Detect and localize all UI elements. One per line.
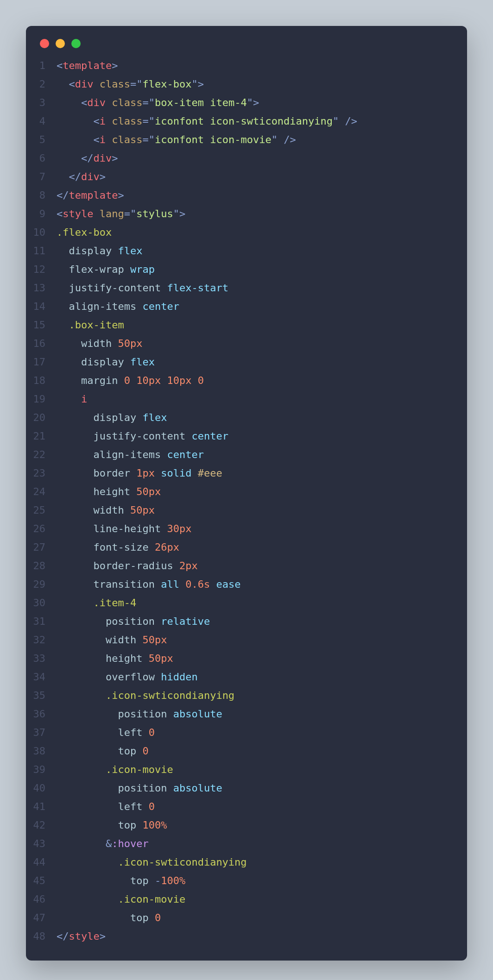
code-line: 45 top -100% [26, 872, 453, 890]
code-line: 31 position relative [26, 612, 453, 631]
code-line: 16 width 50px [26, 334, 453, 353]
line-number: 38 [26, 742, 57, 760]
code-line: 3 <div class="box-item item-4"> [26, 94, 453, 112]
line-number: 15 [26, 316, 57, 334]
code-line: 11 display flex [26, 242, 453, 260]
line-number: 3 [26, 94, 57, 112]
line-number: 48 [26, 927, 57, 946]
line-number: 11 [26, 242, 57, 260]
line-number: 21 [26, 427, 57, 446]
line-number: 25 [26, 501, 57, 520]
code-line: 46 .icon-movie [26, 890, 453, 909]
code-line: 6 </div> [26, 149, 453, 168]
code-line: 25 width 50px [26, 501, 453, 520]
code-line: 12 flex-wrap wrap [26, 260, 453, 279]
code-line: 13 justify-content flex-start [26, 279, 453, 297]
line-number: 20 [26, 408, 57, 427]
code-line: 17 display flex [26, 353, 453, 371]
code-line: 30 .item-4 [26, 594, 453, 612]
code-line: 42 top 100% [26, 816, 453, 835]
code-line: 33 height 50px [26, 649, 453, 668]
line-number: 26 [26, 520, 57, 538]
line-number: 12 [26, 260, 57, 279]
line-number: 45 [26, 872, 57, 890]
code-line: 20 display flex [26, 408, 453, 427]
line-number: 30 [26, 594, 57, 612]
line-number: 36 [26, 705, 57, 723]
code-line: 29 transition all 0.6s ease [26, 575, 453, 594]
code-line: 39 .icon-movie [26, 760, 453, 779]
code-line: 21 justify-content center [26, 427, 453, 446]
line-number: 40 [26, 779, 57, 798]
line-number: 17 [26, 353, 57, 371]
line-number: 4 [26, 112, 57, 131]
line-number: 19 [26, 390, 57, 408]
line-number: 46 [26, 890, 57, 909]
line-number: 14 [26, 297, 57, 316]
line-number: 47 [26, 909, 57, 927]
window-titlebar [26, 39, 467, 57]
code-line: 34 overflow hidden [26, 668, 453, 686]
line-number: 10 [26, 223, 57, 242]
code-line: 40 position absolute [26, 779, 453, 798]
line-number: 32 [26, 631, 57, 649]
line-number: 27 [26, 538, 57, 557]
code-line: 43 &:hover [26, 835, 453, 853]
line-number: 16 [26, 334, 57, 353]
code-line: 44 .icon-swticondianying [26, 853, 453, 872]
line-number: 41 [26, 798, 57, 816]
code-line: 26 line-height 30px [26, 520, 453, 538]
code-line: 15 .box-item [26, 316, 453, 334]
line-number: 35 [26, 686, 57, 705]
code-editor-window: 1<template> 2 <div class="flex-box"> 3 <… [26, 26, 467, 961]
line-number: 44 [26, 853, 57, 872]
line-number: 23 [26, 464, 57, 483]
code-line: 48</style> [26, 927, 453, 946]
code-line: 27 font-size 26px [26, 538, 453, 557]
code-line: 28 border-radius 2px [26, 557, 453, 575]
code-line: 4 <i class="iconfont icon-swticondianyin… [26, 112, 453, 131]
maximize-icon[interactable] [71, 39, 81, 48]
code-line: 8</template> [26, 186, 453, 205]
line-number: 42 [26, 816, 57, 835]
code-line: 32 width 50px [26, 631, 453, 649]
code-line: 35 .icon-swticondianying [26, 686, 453, 705]
line-number: 9 [26, 205, 57, 223]
code-line: 38 top 0 [26, 742, 453, 760]
line-number: 18 [26, 371, 57, 390]
code-line: 9<style lang="stylus"> [26, 205, 453, 223]
code-line: 23 border 1px solid #eee [26, 464, 453, 483]
line-number: 2 [26, 75, 57, 94]
code-line: 7 </div> [26, 168, 453, 186]
code-line: 10.flex-box [26, 223, 453, 242]
line-number: 7 [26, 168, 57, 186]
code-line: 5 <i class="iconfont icon-movie" /> [26, 131, 453, 149]
line-number: 8 [26, 186, 57, 205]
code-line: 47 top 0 [26, 909, 453, 927]
code-line: 37 left 0 [26, 723, 453, 742]
code-line: 36 position absolute [26, 705, 453, 723]
minimize-icon[interactable] [56, 39, 65, 48]
line-number: 22 [26, 446, 57, 464]
close-icon[interactable] [40, 39, 49, 48]
line-number: 31 [26, 612, 57, 631]
line-number: 28 [26, 557, 57, 575]
line-number: 13 [26, 279, 57, 297]
code-line: 22 align-items center [26, 446, 453, 464]
code-line: 18 margin 0 10px 10px 0 [26, 371, 453, 390]
code-area[interactable]: 1<template> 2 <div class="flex-box"> 3 <… [26, 57, 467, 946]
code-line: 1<template> [26, 57, 453, 75]
line-number: 29 [26, 575, 57, 594]
line-number: 1 [26, 57, 57, 75]
line-number: 43 [26, 835, 57, 853]
line-number: 24 [26, 483, 57, 501]
line-number: 34 [26, 668, 57, 686]
line-number: 37 [26, 723, 57, 742]
line-number: 33 [26, 649, 57, 668]
code-line: 41 left 0 [26, 798, 453, 816]
code-line: 2 <div class="flex-box"> [26, 75, 453, 94]
code-line: 14 align-items center [26, 297, 453, 316]
line-number: 39 [26, 760, 57, 779]
code-line: 24 height 50px [26, 483, 453, 501]
line-number: 6 [26, 149, 57, 168]
